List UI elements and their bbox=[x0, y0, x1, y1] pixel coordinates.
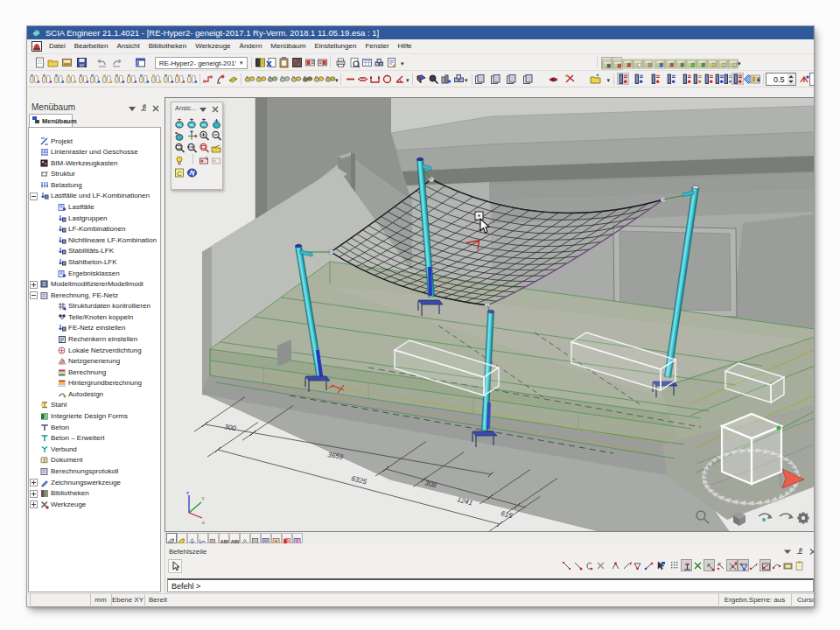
svg-text:C: C bbox=[177, 170, 182, 178]
svg-text:x: x bbox=[202, 520, 205, 525]
svg-text:Y: Y bbox=[201, 496, 205, 501]
svg-text:z: z bbox=[186, 490, 189, 495]
